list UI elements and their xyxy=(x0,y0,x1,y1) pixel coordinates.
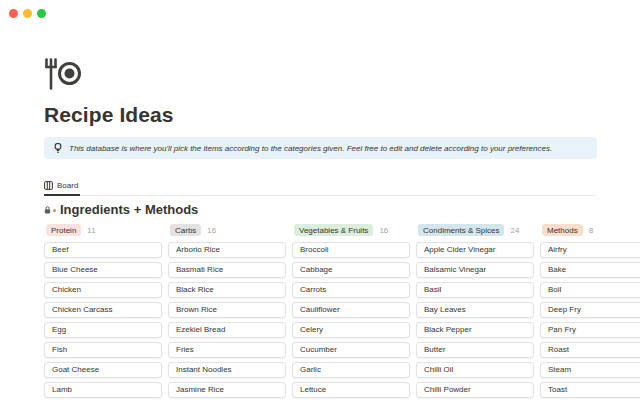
board-card[interactable]: Balsamic Vinegar xyxy=(416,262,534,278)
board-card[interactable]: Apple Cider Vinegar xyxy=(416,242,534,258)
board-card[interactable]: Steam xyxy=(540,362,640,378)
window-controls xyxy=(9,9,46,18)
column-header: Vegetables & Fruits16 xyxy=(294,224,410,236)
board-card[interactable]: Fish xyxy=(44,342,162,358)
board-card[interactable]: Chilli Powder xyxy=(416,382,534,398)
callout: This database is where you'll pick the i… xyxy=(44,137,597,159)
board-column-vegetables-fruits: Vegetables & Fruits16BroccoliCabbageCarr… xyxy=(292,224,410,400)
board-card[interactable]: Deep Fry xyxy=(540,302,640,318)
board-view-icon xyxy=(44,181,53,190)
column-header: Carbs16 xyxy=(170,224,286,236)
lock-icon xyxy=(44,206,56,214)
tab-board-view[interactable]: Board xyxy=(44,178,80,196)
board-column-condiments-spices: Condiments & Spices24Apple Cider Vinegar… xyxy=(416,224,534,400)
fork-and-plate-icon[interactable] xyxy=(44,57,81,91)
column-count: 16 xyxy=(379,226,388,235)
lock-dot-icon xyxy=(53,209,56,212)
board-column-protein: Protein11BeefBlue CheeseChickenChicken C… xyxy=(44,224,162,400)
board-card[interactable]: Cabbage xyxy=(292,262,410,278)
board-card[interactable]: Chilli Oil xyxy=(416,362,534,378)
board-card[interactable]: Bake xyxy=(540,262,640,278)
board-card[interactable]: Egg xyxy=(44,322,162,338)
column-header: Protein11 xyxy=(46,224,162,236)
column-count: 11 xyxy=(87,226,95,235)
board-card[interactable]: Boil xyxy=(540,282,640,298)
column-tag[interactable]: Protein xyxy=(46,224,81,236)
board-card[interactable]: Bay Leaves xyxy=(416,302,534,318)
board-card[interactable]: Basmati Rice xyxy=(168,262,286,278)
board-column-methods: Methods8AirfryBakeBoilDeep FryPan FryRoa… xyxy=(540,224,640,400)
board-card[interactable]: Carrots xyxy=(292,282,410,298)
board-card[interactable]: Airfry xyxy=(540,242,640,258)
board-card[interactable]: Fries xyxy=(168,342,286,358)
database-title-row: Ingredients + Methods xyxy=(44,203,597,217)
column-count: 24 xyxy=(510,226,519,235)
board-card[interactable]: Basil xyxy=(416,282,534,298)
board-card[interactable]: Cauliflower xyxy=(292,302,410,318)
view-tabs: Board xyxy=(44,176,597,196)
board-card[interactable]: Broccoli xyxy=(292,242,410,258)
board-card[interactable]: Toast xyxy=(540,382,640,398)
board-card[interactable]: Chicken xyxy=(44,282,162,298)
board-card[interactable]: Cucumber xyxy=(292,342,410,358)
board-card[interactable]: Beef xyxy=(44,242,162,258)
board-column-carbs: Carbs16Arborio RiceBasmati RiceBlack Ric… xyxy=(168,224,286,400)
board-card[interactable]: Lamb xyxy=(44,382,162,398)
minimize-button[interactable] xyxy=(23,9,32,18)
board-card[interactable]: Black Rice xyxy=(168,282,286,298)
column-tag[interactable]: Condiments & Spices xyxy=(418,224,504,236)
board-card[interactable]: Black Pepper xyxy=(416,322,534,338)
board-card[interactable]: Arborio Rice xyxy=(168,242,286,258)
close-button[interactable] xyxy=(9,9,18,18)
column-count: 8 xyxy=(589,226,593,235)
column-tag[interactable]: Vegetables & Fruits xyxy=(294,224,373,236)
column-count: 16 xyxy=(207,226,216,235)
tab-board-label: Board xyxy=(57,181,78,190)
board-card[interactable]: Chicken Carcass xyxy=(44,302,162,318)
board-card[interactable]: Lettuce xyxy=(292,382,410,398)
board-card[interactable]: Instant Noodles xyxy=(168,362,286,378)
column-header: Condiments & Spices24 xyxy=(418,224,534,236)
board-card[interactable]: Jasmine Rice xyxy=(168,382,286,398)
page-title: Recipe Ideas xyxy=(44,103,597,126)
board-card[interactable]: Ezekiel Bread xyxy=(168,322,286,338)
database-title: Ingredients + Methods xyxy=(60,203,198,217)
board-card[interactable]: Roast xyxy=(540,342,640,358)
board-card[interactable]: Garlic xyxy=(292,362,410,378)
board-card[interactable]: Brown Rice xyxy=(168,302,286,318)
column-tag[interactable]: Carbs xyxy=(170,224,201,236)
zoom-button[interactable] xyxy=(37,9,46,18)
column-tag[interactable]: Methods xyxy=(542,224,583,236)
column-header: Methods8 xyxy=(542,224,640,236)
board-card[interactable]: Goat Cheese xyxy=(44,362,162,378)
page-content: Recipe Ideas This database is where you'… xyxy=(0,57,640,400)
board-card[interactable]: Butter xyxy=(416,342,534,358)
board-card[interactable]: Blue Cheese xyxy=(44,262,162,278)
board-card[interactable]: Pan Fry xyxy=(540,322,640,338)
kanban-board: Protein11BeefBlue CheeseChickenChicken C… xyxy=(44,224,597,400)
board-card[interactable]: Celery xyxy=(292,322,410,338)
callout-text: This database is where you'll pick the i… xyxy=(69,144,552,153)
lightbulb-icon xyxy=(54,143,62,154)
